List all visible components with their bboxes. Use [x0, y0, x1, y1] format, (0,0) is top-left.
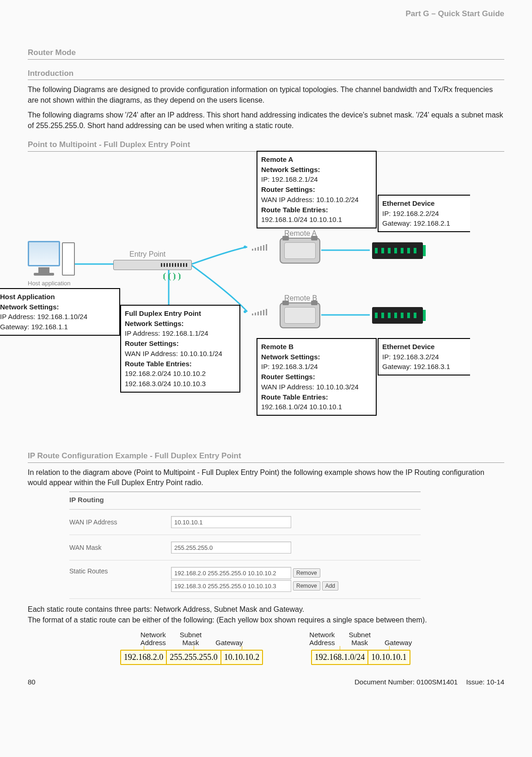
static-route-1-input[interactable]	[171, 567, 291, 579]
wan-mask-input[interactable]	[171, 542, 291, 554]
ipcfg-paragraph: In relation to the diagram above (Point …	[28, 468, 504, 488]
wifi-icon: ⦗⦗⦘⦘	[162, 271, 182, 283]
wan-mask-row: WAN Mask	[69, 535, 421, 560]
fmt-right-c2: 10.10.10.1	[368, 651, 410, 664]
header-part-label: Part G – Quick Start Guide	[28, 8, 504, 19]
fmt-left-sub-label: SubnetMask	[180, 631, 202, 647]
ra-r1: 192.168.1.0/24 10.10.10.1	[261, 215, 372, 225]
ep-rs: Router Settings:	[125, 338, 236, 349]
ep-r1: 192.168.2.0/24 10.10.10.2	[125, 369, 236, 379]
etha-title: Ethernet Device	[382, 198, 466, 209]
ep-r2: 192.168.3.0/24 10.10.10.3	[125, 379, 236, 389]
static-route-parts-text: Each static route contains three parts: …	[28, 604, 504, 615]
rb-ns: Network Settings:	[261, 352, 372, 362]
entry-point-info-box: Full Duplex Entry Point Network Settings…	[120, 305, 240, 393]
section-router-mode: Router Mode	[28, 47, 504, 60]
remote-b-info-box: Remote B Network Settings: IP: 192.168.3…	[257, 338, 377, 416]
ep-ip: IP Address: 192.168.1.1/24	[125, 328, 236, 338]
radio-b-icon	[280, 302, 320, 328]
format-example-right: NetworkAddress SubnetMask Gateway 192.16…	[309, 631, 412, 665]
etha-gw: Gateway: 192.168.2.1	[382, 218, 466, 228]
add-button[interactable]: Add	[322, 581, 338, 591]
remove-button-2[interactable]: Remove	[293, 581, 320, 591]
eth-b-info-box: Ethernet Device IP: 192.168.3.2/24 Gatew…	[378, 338, 470, 375]
rb-wan: WAN IP Address: 10.10.10.3/24	[261, 382, 372, 392]
section-ptmp: Point to Multipoint - Full Duplex Entry …	[28, 139, 504, 152]
rb-ip: IP: 192.168.3.1/24	[261, 362, 372, 372]
ra-ns: Network Settings:	[261, 165, 372, 175]
intro-paragraph-2: The following diagrams show '/24' after …	[28, 110, 504, 131]
static-routes-label: Static Routes	[69, 567, 171, 576]
ip-routing-panel: IP Routing WAN IP Address WAN Mask Stati…	[69, 492, 421, 599]
static-routes-row: Static Routes Remove RemoveAdd	[69, 560, 421, 599]
section-introduction: Introduction	[28, 68, 504, 80]
page-footer: 80 Document Number: 0100SM1401 Issue: 10…	[0, 672, 532, 687]
static-route-row-2: RemoveAdd	[171, 580, 338, 592]
static-route-2-input[interactable]	[171, 580, 291, 592]
fmt-right-c1: 192.168.1.0/24	[312, 651, 369, 664]
ep-ns: Network Settings:	[125, 319, 236, 329]
ep-box-title: Full Duplex Entry Point	[125, 308, 236, 319]
format-example-left: NetworkAddress SubnetMask Gateway 192.16…	[120, 631, 263, 665]
etha-ip: IP: 192.168.2.2/24	[382, 209, 466, 219]
fmt-left-c2: 255.255.255.0	[167, 651, 221, 664]
host-icon-caption: Host application	[28, 279, 71, 288]
fmt-left-c1: 192.168.2.0	[121, 651, 167, 664]
rb-title: Remote B	[261, 342, 372, 352]
entry-point-icon	[113, 260, 192, 270]
ra-title: Remote A	[261, 154, 372, 165]
wan-ip-label: WAN IP Address	[69, 518, 171, 527]
host-app-ns: Network Settings:	[0, 302, 116, 312]
entry-point-label: Entry Point	[129, 249, 165, 259]
ep-rte: Route Table Entries:	[125, 359, 236, 369]
eth-device-b-icon	[372, 307, 423, 324]
ethb-ip: IP: 192.168.3.2/24	[382, 352, 466, 362]
svg-point-1	[244, 310, 246, 313]
static-route-format-text: The format of a static route can be eith…	[28, 615, 504, 625]
issue-number: Issue: 10-14	[466, 677, 504, 687]
ep-wan: WAN IP Address: 10.10.10.1/24	[125, 349, 236, 359]
remote-a-info-box: Remote A Network Settings: IP: 192.168.2…	[257, 151, 377, 228]
wan-mask-label: WAN Mask	[69, 543, 171, 553]
wan-ip-row: WAN IP Address	[69, 510, 421, 535]
fmt-left-c3: 10.10.10.2	[221, 651, 263, 664]
ra-ip: IP: 192.168.2.1/24	[261, 174, 372, 185]
antenna-b-icon	[252, 309, 272, 315]
host-app-gw: Gateway: 192.168.1.1	[0, 322, 116, 332]
eth-device-a-icon	[372, 242, 423, 259]
host-app-title: Host Application	[0, 292, 116, 302]
ethb-title: Ethernet Device	[382, 342, 466, 352]
page-number: 80	[28, 677, 36, 687]
antenna-a-icon	[252, 244, 272, 251]
remove-button-1[interactable]: Remove	[293, 568, 320, 578]
rb-rte: Route Table Entries:	[261, 392, 372, 402]
host-app-ip: IP Address: 192.168.1.10/24	[0, 312, 116, 322]
host-app-info-box: Host Application Network Settings: IP Ad…	[0, 288, 120, 336]
ra-wan: WAN IP Address: 10.10.10.2/24	[261, 195, 372, 205]
rb-rs: Router Settings:	[261, 372, 372, 382]
network-diagram: Host application Entry Point ⦗⦗⦘⦘ Remote…	[28, 155, 504, 442]
host-pc-icon	[28, 241, 75, 276]
fmt-left-gw-label: Gateway	[215, 639, 243, 646]
wan-ip-input[interactable]	[171, 516, 291, 528]
eth-a-info-box: Ethernet Device IP: 192.168.2.2/24 Gatew…	[378, 195, 470, 232]
radio-a-icon	[280, 238, 320, 264]
ra-rs: Router Settings:	[261, 185, 372, 195]
ra-rte: Route Table Entries:	[261, 205, 372, 215]
static-route-row-1: Remove	[171, 567, 338, 579]
fmt-right-sub-label: SubnetMask	[349, 631, 371, 647]
doc-number: Document Number: 0100SM1401	[355, 677, 458, 687]
ethb-gw: Gateway: 192.168.3.1	[382, 362, 466, 372]
svg-point-0	[244, 246, 246, 248]
ip-routing-title: IP Routing	[69, 492, 421, 510]
intro-paragraph-1: The following Diagrams are designed to p…	[28, 85, 504, 105]
rb-r1: 192.168.1.0/24 10.10.10.1	[261, 402, 372, 412]
section-ip-route-config: IP Route Configuration Example - Full Du…	[28, 450, 504, 463]
fmt-left-net-label: NetworkAddress	[141, 631, 166, 647]
fmt-right-net-label: NetworkAddress	[309, 631, 335, 647]
route-format-examples: NetworkAddress SubnetMask Gateway 192.16…	[28, 631, 504, 665]
